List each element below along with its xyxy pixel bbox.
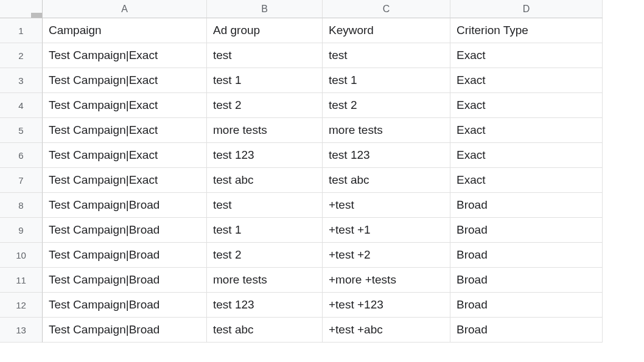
cell-A13[interactable]: Test Campaign|Broad	[43, 318, 207, 343]
row-header[interactable]: 2	[0, 43, 43, 68]
cell-D6[interactable]: Exact	[450, 143, 603, 168]
cell-B12[interactable]: test 123	[207, 293, 323, 318]
cell-B4[interactable]: test 2	[207, 93, 323, 118]
cell-C12[interactable]: +test +123	[323, 293, 450, 318]
cell-C7[interactable]: test abc	[323, 168, 450, 193]
cell-D1[interactable]: Criterion Type	[450, 18, 603, 43]
cell-C11[interactable]: +more +tests	[323, 268, 450, 293]
cell-D3[interactable]: Exact	[450, 68, 603, 93]
cell-A2[interactable]: Test Campaign|Exact	[43, 43, 207, 68]
select-all-corner[interactable]	[0, 0, 43, 18]
cell-A1[interactable]: Campaign	[43, 18, 207, 43]
row-header[interactable]: 7	[0, 168, 43, 193]
row-header[interactable]: 10	[0, 243, 43, 268]
cell-A5[interactable]: Test Campaign|Exact	[43, 118, 207, 143]
cell-D2[interactable]: Exact	[450, 43, 603, 68]
column-header-B[interactable]: B	[207, 0, 323, 18]
row-header[interactable]: 5	[0, 118, 43, 143]
cell-D13[interactable]: Broad	[450, 318, 603, 343]
cell-A8[interactable]: Test Campaign|Broad	[43, 193, 207, 218]
cell-C5[interactable]: more tests	[323, 118, 450, 143]
row-header[interactable]: 3	[0, 68, 43, 93]
column-header-A[interactable]: A	[43, 0, 207, 18]
cell-C3[interactable]: test 1	[323, 68, 450, 93]
cell-D11[interactable]: Broad	[450, 268, 603, 293]
cell-C6[interactable]: test 123	[323, 143, 450, 168]
spreadsheet-grid[interactable]: A B C D 1 Campaign Ad group Keyword Crit…	[0, 0, 644, 343]
cell-B10[interactable]: test 2	[207, 243, 323, 268]
cell-D7[interactable]: Exact	[450, 168, 603, 193]
cell-A3[interactable]: Test Campaign|Exact	[43, 68, 207, 93]
cell-B11[interactable]: more tests	[207, 268, 323, 293]
column-header-D[interactable]: D	[450, 0, 603, 18]
cell-D4[interactable]: Exact	[450, 93, 603, 118]
cell-B2[interactable]: test	[207, 43, 323, 68]
column-header-C[interactable]: C	[323, 0, 450, 18]
cell-A11[interactable]: Test Campaign|Broad	[43, 268, 207, 293]
cell-C10[interactable]: +test +2	[323, 243, 450, 268]
cell-C9[interactable]: +test +1	[323, 218, 450, 243]
row-header[interactable]: 6	[0, 143, 43, 168]
cell-A6[interactable]: Test Campaign|Exact	[43, 143, 207, 168]
row-header[interactable]: 8	[0, 193, 43, 218]
row-header[interactable]: 9	[0, 218, 43, 243]
cell-B1[interactable]: Ad group	[207, 18, 323, 43]
cell-B8[interactable]: test	[207, 193, 323, 218]
cell-D5[interactable]: Exact	[450, 118, 603, 143]
row-header[interactable]: 4	[0, 93, 43, 118]
cell-B5[interactable]: more tests	[207, 118, 323, 143]
cell-D12[interactable]: Broad	[450, 293, 603, 318]
cell-C13[interactable]: +test +abc	[323, 318, 450, 343]
cell-B6[interactable]: test 123	[207, 143, 323, 168]
cell-B13[interactable]: test abc	[207, 318, 323, 343]
cell-A12[interactable]: Test Campaign|Broad	[43, 293, 207, 318]
cell-C8[interactable]: +test	[323, 193, 450, 218]
row-header[interactable]: 12	[0, 293, 43, 318]
cell-C2[interactable]: test	[323, 43, 450, 68]
cell-B9[interactable]: test 1	[207, 218, 323, 243]
cell-B7[interactable]: test abc	[207, 168, 323, 193]
cell-C4[interactable]: test 2	[323, 93, 450, 118]
cell-A9[interactable]: Test Campaign|Broad	[43, 218, 207, 243]
row-header[interactable]: 13	[0, 318, 43, 343]
cell-A4[interactable]: Test Campaign|Exact	[43, 93, 207, 118]
cell-A7[interactable]: Test Campaign|Exact	[43, 168, 207, 193]
cell-D10[interactable]: Broad	[450, 243, 603, 268]
cell-A10[interactable]: Test Campaign|Broad	[43, 243, 207, 268]
cell-C1[interactable]: Keyword	[323, 18, 450, 43]
cell-D9[interactable]: Broad	[450, 218, 603, 243]
cell-D8[interactable]: Broad	[450, 193, 603, 218]
row-header[interactable]: 1	[0, 18, 43, 43]
row-header[interactable]: 11	[0, 268, 43, 293]
cell-B3[interactable]: test 1	[207, 68, 323, 93]
